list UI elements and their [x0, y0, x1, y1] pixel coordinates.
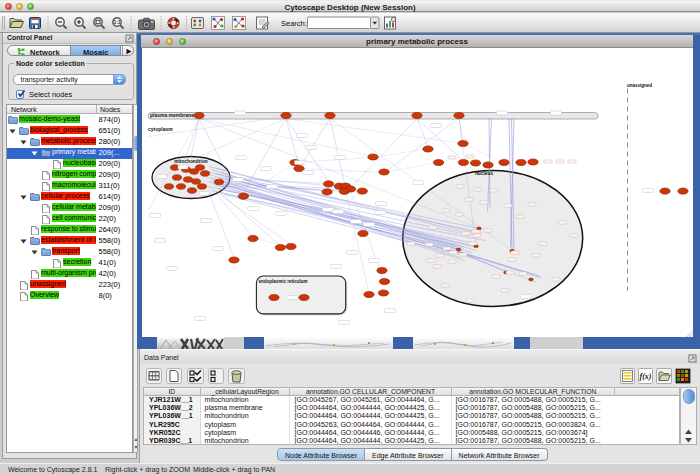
svg-text:Search:: Search:: [281, 19, 307, 28]
svg-text:f(x): f(x): [640, 372, 652, 381]
svg-text:plasma membrane: plasma membrane: [150, 112, 194, 118]
svg-text:mitochondrion: mitochondrion: [174, 158, 208, 163]
svg-text:endoplasmic reticulum: endoplasmic reticulum: [259, 278, 308, 283]
svg-text:unassigned: unassigned: [627, 83, 652, 88]
svg-text:1:1: 1:1: [113, 19, 120, 25]
svg-text:nucleus: nucleus: [475, 171, 493, 176]
svg-text:cytoplasm: cytoplasm: [148, 125, 173, 131]
